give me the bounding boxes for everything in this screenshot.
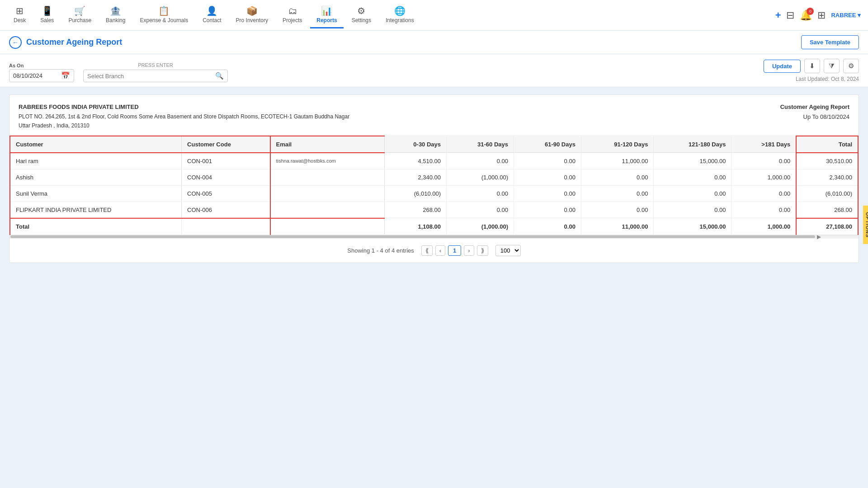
company-info: RABREES FOODS INDIA PRIVATE LIMITED PLOT… <box>19 102 349 131</box>
nav-integrations[interactable]: 🌐 Integrations <box>379 2 420 28</box>
update-button[interactable]: Update <box>764 60 801 73</box>
options-tab[interactable]: OPTIONS <box>863 206 868 244</box>
nav-pro-inventory-label: Pro Inventory <box>236 17 268 23</box>
nav-settings[interactable]: ⚙ Settings <box>345 2 377 28</box>
settings-icon: ⚙ <box>357 5 365 16</box>
report-card: RABREES FOODS INDIA PRIVATE LIMITED PLOT… <box>9 94 859 263</box>
per-page-select[interactable]: 100 50 25 <box>495 245 521 256</box>
table-row[interactable]: AshishCON-0042,340.00(1,000.00)0.000.000… <box>10 169 858 185</box>
nav-reports-label: Reports <box>316 17 337 23</box>
report-table: Customer Customer Code Email 0-30 Days 3… <box>9 136 859 235</box>
notification-wrap: 🔔 0 <box>800 9 812 21</box>
download-button[interactable]: ⬇ <box>804 59 820 73</box>
nav-desk-label: Desk <box>14 17 26 23</box>
scroll-bar-inner <box>10 235 815 238</box>
expense-icon: 📋 <box>158 5 170 16</box>
nav-expense[interactable]: 📋 Expense & Journals <box>133 2 194 28</box>
user-menu-button[interactable]: RABREE ▾ <box>831 12 861 19</box>
filter-button[interactable]: ⧩ <box>824 59 840 73</box>
table-row[interactable]: Sunil VermaCON-005(6,010.00)0.000.000.00… <box>10 185 858 202</box>
next-page-button[interactable]: › <box>464 245 474 256</box>
grid-view-button[interactable]: ⊞ <box>817 9 826 21</box>
as-on-group: As On 📅 <box>9 63 74 82</box>
table-row[interactable]: Hari ramCON-001tishna.rawat@hostbks.com4… <box>10 153 858 169</box>
main-content: RABREES FOODS INDIA PRIVATE LIMITED PLOT… <box>0 87 868 270</box>
company-address1: PLOT NO. 264,265, 1st & 2nd Floor, Cold … <box>19 112 349 121</box>
filter-bar: As On 📅 PRESS ENTER 🔍 Update ⬇ ⧩ ⚙ Last … <box>0 54 868 87</box>
nav-expense-label: Expense & Journals <box>140 17 188 23</box>
date-input-wrap[interactable]: 📅 <box>9 69 74 82</box>
nav-settings-label: Settings <box>352 17 371 23</box>
current-page: 1 <box>448 245 461 256</box>
col-email: Email <box>270 136 385 153</box>
pro-inventory-icon: 📦 <box>246 5 258 16</box>
total-row: Total1,108.00(1,000.00)0.0011,000.0015,0… <box>10 218 858 235</box>
col-0-30: 0-30 Days <box>384 136 446 153</box>
integrations-icon: 🌐 <box>394 5 406 16</box>
col-customer-code: Customer Code <box>182 136 270 153</box>
contact-icon: 👤 <box>206 5 217 16</box>
purchase-icon: 🛒 <box>74 5 85 16</box>
nav-integrations-label: Integrations <box>386 17 414 23</box>
page-header-left: ← Customer Ageing Report <box>9 36 122 49</box>
per-page-wrap: 100 50 25 <box>495 245 521 256</box>
search-icon[interactable]: 🔍 <box>215 72 224 80</box>
press-enter-hint: PRESS ENTER <box>83 62 228 68</box>
last-page-button[interactable]: ⟫ <box>477 245 488 256</box>
col-61-90: 61-90 Days <box>514 136 581 153</box>
add-button[interactable]: + <box>775 9 781 21</box>
first-page-button[interactable]: ⟪ <box>421 245 433 256</box>
nav-banking[interactable]: 🏦 Banking <box>99 2 132 28</box>
page-header: ← Customer Ageing Report Save Template <box>0 31 868 54</box>
branch-container: PRESS ENTER 🔍 <box>83 62 228 82</box>
nav-contact-label: Contact <box>203 17 221 23</box>
table-header-row: Customer Customer Code Email 0-30 Days 3… <box>10 136 858 153</box>
nav-purchase-label: Purchase <box>68 17 91 23</box>
filter-left: As On 📅 PRESS ENTER 🔍 <box>9 62 228 82</box>
branch-input-wrap[interactable]: 🔍 <box>83 70 228 82</box>
desk-icon: ⊞ <box>16 5 24 16</box>
nav-desk[interactable]: ⊞ Desk <box>7 2 32 28</box>
branch-input[interactable] <box>87 73 212 80</box>
table-wrapper: Customer Customer Code Email 0-30 Days 3… <box>9 136 859 235</box>
nav-purchase[interactable]: 🛒 Purchase <box>62 2 98 28</box>
company-address2: Uttar Pradesh , India, 201310 <box>19 121 349 130</box>
prev-page-button[interactable]: ‹ <box>435 245 445 256</box>
calendar-icon[interactable]: 📅 <box>61 71 70 80</box>
nav-items: ⊞ Desk 📱 Sales 🛒 Purchase 🏦 Banking 📋 Ex… <box>7 2 775 28</box>
nav-sales-label: Sales <box>40 17 54 23</box>
sales-icon: 📱 <box>42 5 53 16</box>
nav-right: + ⊟ 🔔 0 ⊞ RABREE ▾ <box>775 9 861 21</box>
banking-icon: 🏦 <box>110 5 121 16</box>
report-header: RABREES FOODS INDIA PRIVATE LIMITED PLOT… <box>9 95 859 136</box>
company-name: RABREES FOODS INDIA PRIVATE LIMITED <box>19 102 349 112</box>
col-total: Total <box>796 136 858 153</box>
last-updated-text: Last Updated: Oct 8, 2024 <box>796 76 859 82</box>
table-row[interactable]: FLIPKART INDIA PRIVATE LIMITEDCON-006268… <box>10 202 858 218</box>
date-input[interactable] <box>13 72 58 79</box>
settings-button[interactable]: ⚙ <box>843 59 859 73</box>
projects-icon: 🗂 <box>288 6 297 16</box>
col-181-plus: >181 Days <box>731 136 796 153</box>
save-template-button[interactable]: Save Template <box>801 35 859 49</box>
pagination-info: Showing 1 - 4 of 4 entries <box>347 247 414 254</box>
switch-view-button[interactable]: ⊟ <box>786 9 794 21</box>
nav-sales[interactable]: 📱 Sales <box>34 2 60 28</box>
pagination: Showing 1 - 4 of 4 entries ⟪ ‹ 1 › ⟫ 100… <box>9 239 859 263</box>
nav-pro-inventory[interactable]: 📦 Pro Inventory <box>230 2 274 28</box>
page-title: Customer Ageing Report <box>26 38 122 47</box>
nav-projects-label: Projects <box>283 17 302 23</box>
report-title-name: Customer Ageing Report <box>780 102 849 112</box>
col-121-180: 121-180 Days <box>654 136 731 153</box>
nav-contact[interactable]: 👤 Contact <box>196 2 227 28</box>
col-31-60: 31-60 Days <box>447 136 514 153</box>
col-customer: Customer <box>10 136 182 153</box>
nav-reports[interactable]: 📊 Reports <box>310 2 343 28</box>
nav-banking-label: Banking <box>106 17 125 23</box>
scroll-bar[interactable]: ▶ <box>9 235 859 239</box>
nav-projects[interactable]: 🗂 Projects <box>276 2 308 28</box>
top-navigation: ⊞ Desk 📱 Sales 🛒 Purchase 🏦 Banking 📋 Ex… <box>0 0 868 31</box>
notification-badge: 0 <box>807 8 814 15</box>
report-subtitle: Up To 08/10/2024 <box>780 112 849 122</box>
back-button[interactable]: ← <box>9 36 22 49</box>
